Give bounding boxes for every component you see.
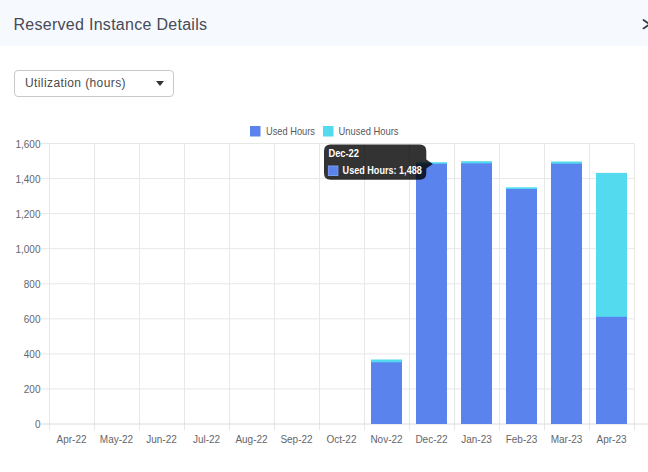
svg-text:1,600: 1,600 <box>15 139 40 150</box>
svg-text:Jan-23: Jan-23 <box>461 434 492 445</box>
svg-text:Apr-22: Apr-22 <box>56 434 86 445</box>
svg-text:1,000: 1,000 <box>15 244 40 255</box>
svg-text:Used Hours: Used Hours <box>266 125 315 137</box>
svg-text:1,400: 1,400 <box>15 174 40 185</box>
svg-text:May-22: May-22 <box>100 434 134 445</box>
svg-text:Apr-23: Apr-23 <box>596 434 626 445</box>
svg-text:Dec-22: Dec-22 <box>328 147 359 159</box>
svg-text:0: 0 <box>35 419 41 430</box>
svg-text:800: 800 <box>24 279 41 290</box>
svg-text:Used Hours: 1,488: Used Hours: 1,488 <box>343 164 422 176</box>
svg-text:Jul-22: Jul-22 <box>193 434 221 445</box>
svg-text:600: 600 <box>24 314 41 325</box>
svg-text:Aug-22: Aug-22 <box>235 434 268 445</box>
svg-text:Oct-22: Oct-22 <box>326 434 356 445</box>
svg-text:Feb-23: Feb-23 <box>506 434 538 445</box>
svg-text:Sep-22: Sep-22 <box>280 434 313 445</box>
svg-text:Jun-22: Jun-22 <box>146 434 177 445</box>
svg-text:1,200: 1,200 <box>15 209 40 220</box>
svg-text:200: 200 <box>24 384 41 395</box>
svg-text:400: 400 <box>24 349 41 360</box>
svg-text:Mar-23: Mar-23 <box>551 434 583 445</box>
svg-text:Unused Hours: Unused Hours <box>339 125 399 137</box>
svg-text:Dec-22: Dec-22 <box>415 434 448 445</box>
svg-text:Nov-22: Nov-22 <box>370 434 403 445</box>
